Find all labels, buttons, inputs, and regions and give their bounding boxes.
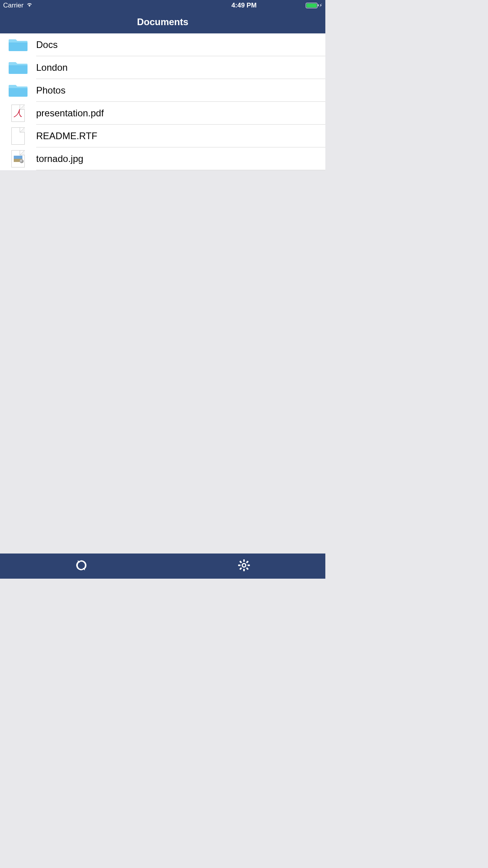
folder-row-london[interactable]: London	[0, 56, 325, 79]
svg-rect-6	[239, 561, 242, 563]
image-file-icon	[11, 150, 25, 167]
carrier-label: Carrier	[3, 2, 24, 9]
pdf-icon: 人	[11, 105, 25, 122]
bottom-toolbar	[0, 554, 325, 579]
nav-bar: Documents	[0, 11, 325, 33]
svg-rect-3	[248, 565, 250, 566]
svg-rect-2	[238, 565, 240, 566]
folder-row-photos[interactable]: Photos	[0, 79, 325, 102]
svg-rect-5	[239, 567, 242, 570]
status-left: Carrier	[3, 2, 33, 9]
folder-icon	[9, 38, 28, 52]
file-list: Docs London	[0, 33, 325, 170]
folder-row-docs[interactable]: Docs	[0, 33, 325, 56]
folder-icon	[9, 61, 28, 75]
file-name-label: Photos	[36, 85, 66, 96]
svg-rect-7	[246, 567, 249, 570]
file-name-label: presentation.pdf	[36, 108, 104, 119]
charging-icon: ⚡︎	[319, 3, 322, 8]
svg-rect-0	[243, 559, 245, 562]
content-area: Docs London	[0, 33, 325, 554]
file-name-label: Docs	[36, 39, 58, 50]
file-row-presentation[interactable]: 人 presentation.pdf	[0, 102, 325, 125]
document-icon	[11, 127, 25, 145]
refresh-button[interactable]	[0, 554, 163, 579]
svg-rect-1	[243, 569, 245, 571]
file-name-label: README.RTF	[36, 131, 97, 142]
battery-icon	[306, 3, 317, 8]
status-bar: Carrier 4:49 PM ⚡︎	[0, 0, 325, 11]
file-row-tornado[interactable]: tornado.jpg	[0, 147, 325, 170]
wifi-icon	[26, 2, 33, 9]
file-name-label: tornado.jpg	[36, 153, 83, 164]
file-name-label: London	[36, 62, 68, 73]
refresh-icon	[75, 559, 88, 574]
status-right: ⚡︎	[306, 3, 322, 8]
page-title: Documents	[137, 17, 189, 28]
gear-icon	[237, 559, 251, 574]
svg-rect-4	[246, 561, 249, 563]
file-row-readme[interactable]: README.RTF	[0, 125, 325, 147]
settings-button[interactable]	[163, 554, 325, 579]
status-time: 4:49 PM	[231, 2, 257, 9]
folder-icon	[9, 83, 28, 97]
